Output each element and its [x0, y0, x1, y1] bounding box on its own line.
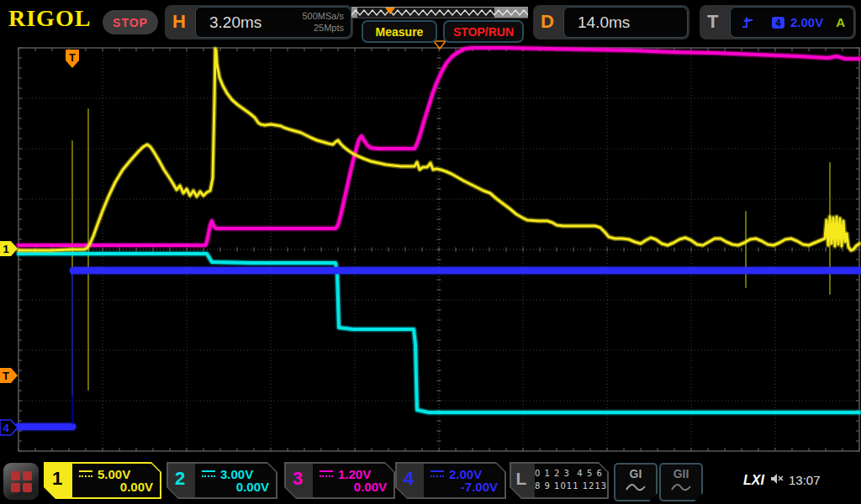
trigger-level-value: 2.00V: [790, 15, 823, 29]
acquisition-info: 500MSa/s 25Mpts: [302, 11, 344, 34]
edge-trigger-icon: [741, 16, 755, 29]
channel-1-box[interactable]: 1 5.00V 0.00V: [44, 462, 161, 499]
trace-CH2-glow: [18, 254, 859, 412]
channel-4-box[interactable]: 4 2.00V -7.00V: [395, 462, 506, 499]
menu-grid-icon: [11, 471, 33, 493]
dc-coupling-icon: [430, 470, 444, 479]
memory-waveform-zigzag: [351, 8, 528, 16]
generator-2-button[interactable]: GII: [659, 463, 703, 501]
dc-coupling-icon: [202, 470, 215, 479]
memory-position-bar[interactable]: [351, 7, 528, 18]
sample-rate: 500MSa/s: [302, 11, 344, 23]
channel-3-offset: 0.00V: [354, 480, 387, 494]
top-status-bar: RIGOL STOP H 3.20ms 500MSa/s 25Mpts Meas…: [0, 0, 861, 40]
dc-coupling-icon: [320, 470, 333, 479]
channel-4-offset: -7.00V: [461, 480, 498, 494]
delay-box[interactable]: 14.0ms: [563, 7, 688, 38]
system-time: 13:07: [789, 473, 821, 487]
generator-2-label: GII: [661, 467, 701, 480]
channel-1-position-marker-label: 1: [3, 243, 8, 255]
sine-wave-icon: [625, 481, 647, 492]
delay-label: D: [541, 11, 554, 33]
trigger-box[interactable]: 4 2.00V A: [730, 7, 854, 38]
waveform-display: 1T4T: [0, 0, 861, 504]
channel-2-number: 2: [166, 468, 193, 490]
horizontal-settings[interactable]: H 3.20ms 500MSa/s 25Mpts: [165, 5, 353, 39]
logic-analyzer-box[interactable]: L 0 1 2 3 4 5 6 7 8 9 1011 12131415: [510, 462, 609, 499]
channel-4-number: 4: [395, 468, 422, 490]
trigger-sweep-mode: A: [836, 15, 845, 29]
channel-1-number: 1: [44, 468, 71, 490]
channel-3-box[interactable]: 3 1.20V 0.00V: [284, 462, 395, 499]
channel-2-offset: 0.00V: [236, 480, 269, 494]
logic-label: L: [510, 469, 533, 489]
trigger-level-marker-label: T: [3, 370, 9, 382]
horizontal-label: H: [172, 11, 186, 33]
trigger-settings[interactable]: T 4 2.00V A: [700, 5, 856, 39]
generator-1-label: GI: [615, 467, 656, 480]
sine-wave-icon: [670, 481, 692, 492]
channel-3-number: 3: [284, 468, 311, 490]
generator-1-button[interactable]: GI: [614, 463, 658, 501]
timebase-value: 3.20ms: [209, 13, 261, 32]
bottom-channel-bar: 1 5.00V 0.00V 2 3.00V 0.00V 3 1.20V: [0, 460, 861, 504]
logic-channels-row1: 0 1 2 3 4 5 6 7: [535, 468, 607, 480]
channel-4-position-marker-label: 4: [3, 422, 9, 434]
delay-value: 14.0ms: [578, 13, 630, 32]
dc-coupling-icon: [79, 470, 92, 479]
logic-channels-row2: 8 9 1011 12131415: [535, 480, 607, 493]
lxi-logo: LXI: [743, 473, 764, 488]
memory-depth: 25Mpts: [302, 23, 344, 34]
speaker-muted-icon[interactable]: [770, 473, 785, 486]
stop-run-button[interactable]: STOP/RUN: [443, 20, 524, 43]
trace-CH2: [18, 254, 859, 412]
channel-2-box[interactable]: 2 3.00V 0.00V: [166, 462, 277, 499]
menu-button[interactable]: [3, 463, 39, 500]
channel-1-offset: 0.00V: [120, 480, 153, 494]
trigger-time-marker-label: T: [69, 52, 76, 64]
oscilloscope-screen: 1T4T RIGOL STOP H 3.20ms 500MSa/s 25Mpts…: [0, 0, 861, 504]
trigger-source-badge: 4: [772, 17, 784, 29]
run-state-badge: STOP: [103, 10, 158, 34]
measure-button[interactable]: Measure: [362, 20, 437, 43]
memory-trigger-marker-icon[interactable]: [385, 8, 395, 14]
rigol-logo: RIGOL: [8, 5, 91, 32]
timebase-box[interactable]: 3.20ms 500MSa/s 25Mpts: [195, 7, 351, 38]
delay-settings[interactable]: D 14.0ms: [533, 5, 689, 39]
trigger-label: T: [707, 11, 718, 33]
